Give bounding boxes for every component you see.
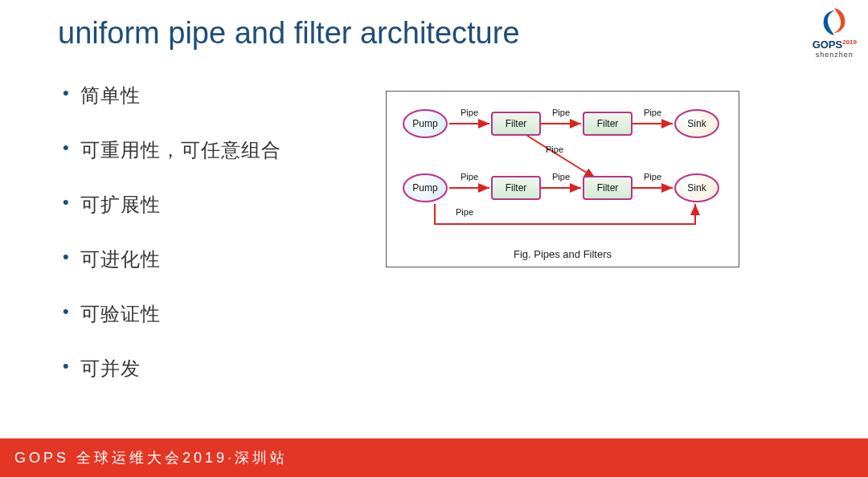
diagram-node-sink: Sink — [674, 173, 719, 202]
logo-brand: GOPS2019 — [813, 39, 857, 51]
pipe-label: Pipe — [546, 145, 563, 154]
diagram-node-filter: Filter — [491, 176, 541, 200]
pipe-label: Pipe — [552, 172, 570, 181]
logo-swirl-icon — [817, 5, 851, 39]
logo-brand-text: GOPS — [813, 39, 843, 51]
diagram-node-pump: Pump — [403, 109, 448, 138]
diagram-node-filter: Filter — [491, 112, 541, 136]
bullet-list: 简单性 可重用性，可任意组合 可扩展性 可进化性 可验证性 可并发 — [0, 83, 378, 410]
footer-text: GOPS 全球运维大会2019·深圳站 — [14, 448, 288, 467]
pipe-label: Pipe — [552, 108, 570, 117]
pipe-label: Pipe — [456, 207, 473, 217]
diagram-node-pump: Pump — [403, 173, 448, 202]
list-item: 可验证性 — [63, 301, 378, 327]
pipe-label: Pipe — [461, 172, 478, 181]
logo-city: shenzhen — [813, 51, 857, 59]
content-row: 简单性 可重用性，可任意组合 可扩展性 可进化性 可验证性 可并发 — [0, 83, 868, 410]
list-item: 可重用性，可任意组合 — [63, 137, 378, 163]
pipe-label: Pipe — [461, 108, 478, 117]
diagram-caption: Fig. Pipes and Filters — [387, 248, 739, 260]
list-item: 可并发 — [63, 356, 378, 381]
pipe-label: Pipe — [644, 172, 661, 181]
slide-title: uniform pipe and filter architecture — [0, 0, 868, 51]
gops-logo: GOPS2019 shenzhen — [813, 5, 857, 59]
diagram-pipes-filters: Pump Pipe Filter Pipe Filter Pipe Sink P… — [386, 91, 739, 267]
list-item: 可扩展性 — [63, 192, 378, 218]
pipe-label: Pipe — [644, 108, 661, 117]
diagram-node-sink: Sink — [674, 109, 719, 138]
list-item: 简单性 — [63, 83, 378, 108]
diagram-node-filter: Filter — [583, 112, 633, 136]
logo-year: 2019 — [842, 39, 857, 46]
footer-bar: GOPS 全球运维大会2019·深圳站 — [0, 438, 868, 477]
list-item: 可进化性 — [63, 247, 378, 272]
diagram-node-filter: Filter — [583, 176, 633, 200]
